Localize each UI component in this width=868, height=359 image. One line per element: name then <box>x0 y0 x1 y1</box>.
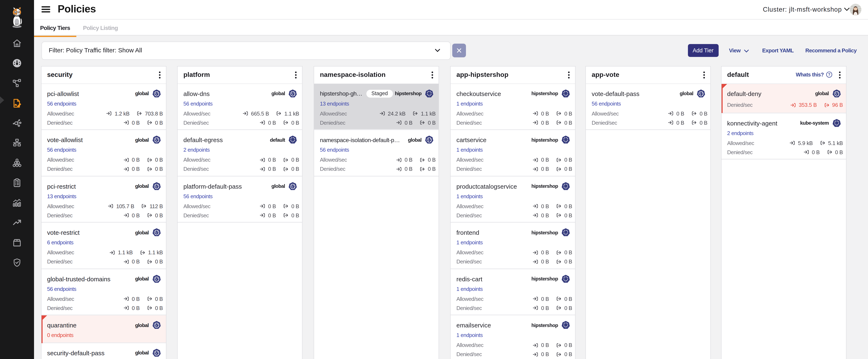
svg-text:?: ? <box>828 73 830 77</box>
svg-text:ns: ns <box>565 234 566 236</box>
svg-text:ns: ns <box>565 141 566 143</box>
svg-text:ns: ns <box>429 95 430 96</box>
svg-text:ns: ns <box>565 188 566 189</box>
svg-text:ns: ns <box>565 280 566 282</box>
svg-text:ns: ns <box>836 125 837 126</box>
svg-text:ns: ns <box>565 95 566 96</box>
svg-text:ns: ns <box>292 141 293 143</box>
svg-text:ns: ns <box>565 327 566 328</box>
